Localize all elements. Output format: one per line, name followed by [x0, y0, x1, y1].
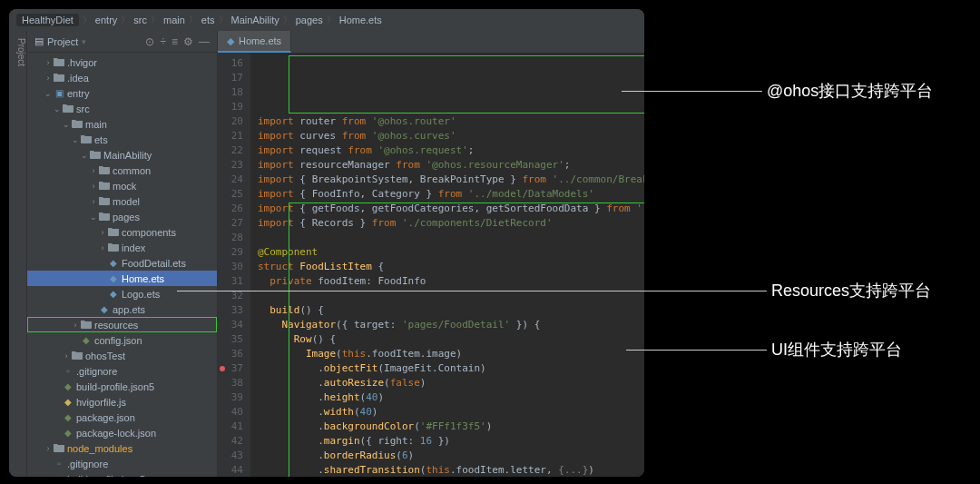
- line-number[interactable]: 37: [218, 361, 243, 376]
- tree-item[interactable]: ›mock: [27, 178, 217, 193]
- panel-tool-icon[interactable]: ÷: [160, 35, 166, 48]
- breadcrumb-item[interactable]: pages: [296, 15, 323, 25]
- line-number[interactable]: 36: [218, 347, 243, 361]
- code-line[interactable]: .height(40): [258, 390, 637, 405]
- code-line[interactable]: import { FoodInfo, Category } from '../m…: [258, 187, 637, 202]
- line-number[interactable]: 19: [218, 100, 243, 114]
- code-line[interactable]: Image(this.foodItem.image): [258, 347, 637, 361]
- caret-icon[interactable]: ›: [44, 58, 53, 67]
- tree-item[interactable]: ◆config.json: [27, 332, 217, 348]
- line-number[interactable]: 17: [218, 71, 243, 85]
- caret-icon[interactable]: ⌄: [89, 212, 98, 222]
- code-line[interactable]: struct FoodListItem {: [258, 260, 637, 274]
- code-line[interactable]: import curves from '@ohos.curves': [258, 129, 637, 143]
- tree-item[interactable]: ▫.gitignore: [27, 363, 217, 379]
- caret-icon[interactable]: ›: [98, 228, 107, 237]
- code-line[interactable]: .sharedTransition(this.foodItem.letter, …: [258, 463, 637, 477]
- line-number[interactable]: 34: [218, 318, 243, 332]
- tree-item[interactable]: ›components: [27, 224, 217, 240]
- code-line[interactable]: .borderRadius(6): [258, 449, 637, 463]
- code-body[interactable]: import router from '@ohos.router'import …: [250, 53, 644, 477]
- line-number[interactable]: 35: [218, 332, 243, 347]
- tree-item[interactable]: ›common: [27, 163, 217, 178]
- panel-tool-icon[interactable]: —: [199, 35, 210, 48]
- caret-icon[interactable]: ⌄: [62, 120, 71, 129]
- tree-item[interactable]: ⌄main: [27, 116, 217, 132]
- line-number[interactable]: 41: [218, 420, 243, 434]
- line-number[interactable]: 24: [218, 173, 243, 187]
- caret-icon[interactable]: ›: [89, 182, 98, 191]
- tree-item[interactable]: ◆app.ets: [27, 301, 217, 317]
- breadcrumb-item[interactable]: src: [133, 15, 147, 25]
- code-line[interactable]: .backgroundColor('#FFf1f3f5'): [258, 420, 637, 434]
- project-tool-tab[interactable]: Project: [9, 31, 27, 477]
- code-line[interactable]: .margin({ right: 16 }): [258, 434, 637, 449]
- caret-icon[interactable]: ›: [62, 351, 71, 361]
- caret-icon[interactable]: ⌄: [44, 89, 53, 98]
- caret-icon[interactable]: ›: [89, 197, 98, 206]
- tree-item[interactable]: ◆FoodDetail.ets: [27, 255, 217, 271]
- line-number[interactable]: 25: [218, 187, 243, 202]
- code-line[interactable]: Navigator({ target: 'pages/FoodDetail' }…: [258, 318, 637, 332]
- line-number[interactable]: 39: [218, 390, 243, 405]
- breadcrumb-item[interactable]: main: [163, 15, 185, 25]
- line-number[interactable]: 38: [218, 376, 243, 390]
- tree-item[interactable]: ⌄▣entry: [27, 85, 217, 101]
- code-line[interactable]: @Component: [258, 245, 637, 260]
- breadcrumb-item[interactable]: Home.ets: [339, 15, 382, 25]
- breadcrumb[interactable]: HealthyDiet〉entry〉src〉main〉ets〉MainAbili…: [9, 9, 644, 31]
- tree-item[interactable]: ⌄MainAbility: [27, 147, 217, 163]
- tree-item[interactable]: ◆package-lock.json: [27, 425, 217, 440]
- tree-item[interactable]: ›.hvigor: [27, 54, 217, 70]
- code-line[interactable]: [258, 231, 637, 245]
- line-number[interactable]: 27: [218, 216, 243, 231]
- line-number[interactable]: 44: [218, 463, 243, 477]
- tree-item[interactable]: ◆Home.ets: [27, 271, 217, 286]
- caret-icon[interactable]: ⌄: [80, 151, 89, 160]
- caret-icon[interactable]: ›: [89, 166, 98, 175]
- caret-icon[interactable]: ⌄: [71, 135, 80, 144]
- project-tree[interactable]: ›.hvigor›.idea⌄▣entry⌄src⌄main⌄ets⌄MainA…: [27, 53, 217, 477]
- code-line[interactable]: import resourceManager from '@ohos.resou…: [258, 158, 637, 173]
- panel-tool-icon[interactable]: ⊙: [145, 35, 154, 48]
- code-line[interactable]: import request from '@ohos.request';: [258, 143, 637, 158]
- line-number[interactable]: 40: [218, 405, 243, 420]
- tree-item[interactable]: ◆package.json: [27, 410, 217, 425]
- line-number[interactable]: 16: [218, 56, 243, 71]
- code-line[interactable]: .autoResize(false): [258, 376, 637, 390]
- tree-item[interactable]: ⌄pages: [27, 209, 217, 224]
- tree-item[interactable]: ›.idea: [27, 70, 217, 85]
- tree-item[interactable]: ⌄src: [27, 101, 217, 116]
- line-number[interactable]: 21: [218, 129, 243, 143]
- chevron-down-icon[interactable]: ▾: [82, 37, 86, 46]
- line-number[interactable]: 42: [218, 434, 243, 449]
- caret-icon[interactable]: ⌄: [53, 104, 62, 114]
- code-line[interactable]: private foodItem: FoodInfo: [258, 274, 637, 289]
- tree-item[interactable]: ›model: [27, 193, 217, 209]
- breadcrumb-item[interactable]: entry: [95, 15, 117, 25]
- caret-icon[interactable]: ›: [44, 444, 53, 453]
- tree-item[interactable]: ›resources: [27, 317, 217, 332]
- breadcrumb-item[interactable]: HealthyDiet: [16, 14, 79, 26]
- caret-icon[interactable]: ›: [71, 321, 80, 330]
- line-number[interactable]: 18: [218, 85, 243, 100]
- tree-item[interactable]: ⌄ets: [27, 132, 217, 147]
- tree-item[interactable]: ◆build-profile.json5: [27, 471, 217, 477]
- line-number[interactable]: 28: [218, 231, 243, 245]
- editor-tab-home[interactable]: ◆ Home.ets: [218, 31, 291, 53]
- tree-item[interactable]: ▫.gitignore: [27, 456, 217, 471]
- caret-icon[interactable]: ›: [98, 243, 107, 252]
- tree-item[interactable]: ◆hvigorfile.js: [27, 394, 217, 410]
- code-line[interactable]: import { Records } from './components/Di…: [258, 216, 637, 231]
- tree-item[interactable]: ›index: [27, 240, 217, 255]
- gutter[interactable]: 1617181920212223242526272829303132333435…: [218, 53, 250, 477]
- line-number[interactable]: 20: [218, 114, 243, 129]
- line-number[interactable]: 22: [218, 143, 243, 158]
- panel-tool-icon[interactable]: ⚙: [183, 35, 193, 48]
- line-number[interactable]: 33: [218, 303, 243, 318]
- line-number[interactable]: 29: [218, 245, 243, 260]
- breadcrumb-item[interactable]: ets: [201, 15, 215, 25]
- code-line[interactable]: import { BreakpointSystem, BreakPointTyp…: [258, 173, 637, 187]
- line-number[interactable]: 31: [218, 274, 243, 289]
- code-line[interactable]: .objectFit(ImageFit.Contain): [258, 361, 637, 376]
